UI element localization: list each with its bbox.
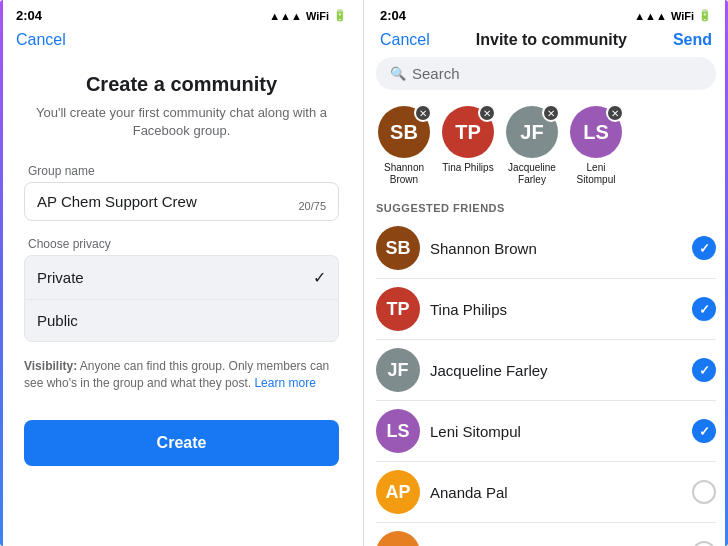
cancel-button-right[interactable]: Cancel	[380, 31, 430, 49]
check-ananda	[692, 480, 716, 504]
group-name-input[interactable]: AP Chem Support Crew 20/75	[24, 182, 339, 221]
checkmark-icon-jacqueline: ✓	[699, 363, 710, 378]
wifi-icon: WiFi	[306, 10, 329, 22]
checkmark-private: ✓	[313, 268, 326, 287]
right-nav: Cancel Invite to community Send	[364, 27, 728, 57]
check-shannon: ✓	[692, 236, 716, 260]
page-subtitle: You'll create your first community chat …	[24, 104, 339, 140]
check-tina: ✓	[692, 297, 716, 321]
left-phone-border	[0, 0, 3, 546]
avatar-wrapper-leni: LS ✕	[570, 106, 622, 158]
avatar-wrapper-jacqueline: JF ✕	[506, 106, 558, 158]
privacy-options: Private ✓ Public	[24, 255, 339, 342]
nav-title-right: Invite to community	[476, 31, 627, 49]
status-icons-right: ▲▲▲ WiFi 🔋	[634, 9, 712, 22]
wifi-icon-right: WiFi	[671, 10, 694, 22]
friend-item-jacqueline[interactable]: JF Jacqueline Farley ✓	[364, 340, 728, 400]
status-icons-left: ▲▲▲ WiFi 🔋	[269, 9, 347, 22]
friend-name-jacqueline: Jacqueline Farley	[430, 362, 682, 379]
friend-name-tina: Tina Philips	[430, 301, 682, 318]
create-button[interactable]: Create	[24, 420, 339, 466]
friend-item-shannon[interactable]: SB Shannon Brown ✓	[364, 218, 728, 278]
friend-avatar-ananda: AP	[376, 470, 420, 514]
friend-avatar-leni: LS	[376, 409, 420, 453]
avatar-wrapper-tina: TP ✕	[442, 106, 494, 158]
remove-jacqueline[interactable]: ✕	[542, 104, 560, 122]
friend-avatar-tina: TP	[376, 287, 420, 331]
friend-avatar-shannon: SB	[376, 226, 420, 270]
friend-item-leni[interactable]: LS Leni Sitompul ✓	[364, 401, 728, 461]
friend-item-mohammad[interactable]: MH Mohammad Hosseini	[364, 523, 728, 546]
search-icon: 🔍	[390, 66, 406, 81]
remove-tina[interactable]: ✕	[478, 104, 496, 122]
check-jacqueline: ✓	[692, 358, 716, 382]
search-bar[interactable]: 🔍 Search	[376, 57, 716, 90]
remove-shannon[interactable]: ✕	[414, 104, 432, 122]
selected-avatar-leni: LS ✕ LeniSitompul	[568, 106, 624, 186]
status-bar-right: 2:04 ▲▲▲ WiFi 🔋	[364, 0, 728, 27]
char-count: 20/75	[298, 200, 326, 212]
right-phone: 2:04 ▲▲▲ WiFi 🔋 Cancel Invite to communi…	[364, 0, 728, 546]
checkmark-icon-shannon: ✓	[699, 241, 710, 256]
status-time-left: 2:04	[16, 8, 42, 23]
friend-avatar-mohammad: MH	[376, 531, 420, 546]
search-input[interactable]: Search	[412, 65, 460, 82]
privacy-option-private[interactable]: Private ✓	[24, 255, 339, 299]
friend-name-leni: Leni Sitompul	[430, 423, 682, 440]
battery-icon: 🔋	[333, 9, 347, 22]
group-name-label: Group name	[24, 164, 339, 178]
privacy-option-public[interactable]: Public	[24, 299, 339, 342]
avatar-name-tina: Tina Philips	[442, 162, 493, 174]
friend-item-tina[interactable]: TP Tina Philips ✓	[364, 279, 728, 339]
group-name-section: Group name AP Chem Support Crew 20/75	[24, 164, 339, 221]
privacy-section: Choose privacy Private ✓ Public	[24, 237, 339, 342]
friends-list: SB Shannon Brown ✓ TP Tina Philips ✓ JF …	[364, 218, 728, 546]
left-phone: 2:04 ▲▲▲ WiFi 🔋 Cancel Create a communit…	[0, 0, 364, 546]
left-content: Create a community You'll create your fi…	[0, 57, 363, 482]
selected-avatar-tina: TP ✕ Tina Philips	[440, 106, 496, 186]
friend-item-ananda[interactable]: AP Ananda Pal	[364, 462, 728, 522]
left-nav: Cancel	[0, 27, 363, 57]
privacy-label: Choose privacy	[24, 237, 339, 251]
battery-icon-right: 🔋	[698, 9, 712, 22]
friend-name-ananda: Ananda Pal	[430, 484, 682, 501]
cancel-button-left[interactable]: Cancel	[16, 31, 66, 48]
checkmark-icon-tina: ✓	[699, 302, 710, 317]
selected-avatars-row: SB ✕ ShannonBrown TP ✕ Tina Philips JF ✕…	[364, 98, 728, 194]
friend-avatar-jacqueline: JF	[376, 348, 420, 392]
avatar-wrapper-shannon: SB ✕	[378, 106, 430, 158]
group-name-value: AP Chem Support Crew	[37, 193, 326, 210]
friend-name-shannon: Shannon Brown	[430, 240, 682, 257]
selected-avatar-shannon: SB ✕ ShannonBrown	[376, 106, 432, 186]
send-button[interactable]: Send	[673, 31, 712, 49]
selected-avatar-jacqueline: JF ✕ JacquelineFarley	[504, 106, 560, 186]
signal-icon: ▲▲▲	[269, 10, 302, 22]
checkmark-icon-leni: ✓	[699, 424, 710, 439]
status-time-right: 2:04	[380, 8, 406, 23]
avatar-name-shannon: ShannonBrown	[384, 162, 424, 186]
learn-more-link[interactable]: Learn more	[254, 376, 315, 390]
status-bar-left: 2:04 ▲▲▲ WiFi 🔋	[0, 0, 363, 27]
privacy-private-label: Private	[37, 269, 84, 286]
remove-leni[interactable]: ✕	[606, 104, 624, 122]
check-leni: ✓	[692, 419, 716, 443]
avatar-name-jacqueline: JacquelineFarley	[508, 162, 556, 186]
avatar-name-leni: LeniSitompul	[577, 162, 616, 186]
check-mohammad	[692, 541, 716, 546]
suggested-friends-header: SUGGESTED FRIENDS	[364, 194, 728, 218]
page-title-left: Create a community	[24, 73, 339, 96]
signal-icon-right: ▲▲▲	[634, 10, 667, 22]
privacy-public-label: Public	[37, 312, 78, 329]
visibility-text: Visibility: Anyone can find this group. …	[24, 358, 339, 392]
